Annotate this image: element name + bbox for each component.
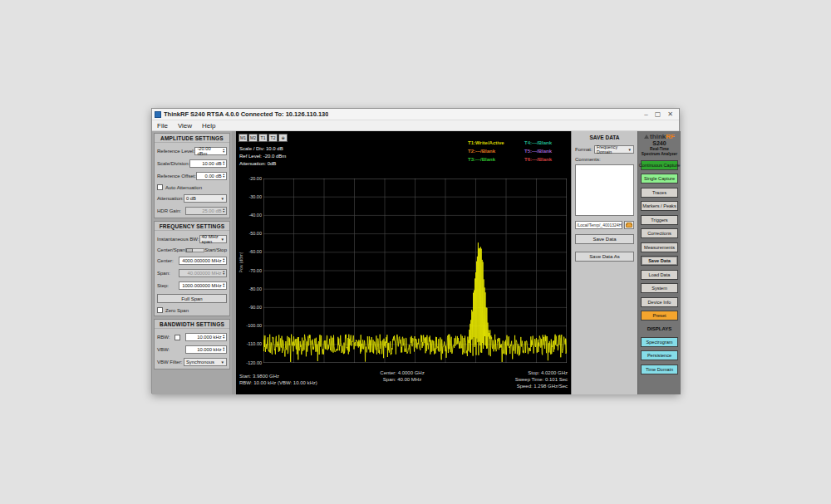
legend-trace-1: T1:Write/Active — [468, 139, 504, 147]
menu-file[interactable]: File — [152, 120, 173, 131]
save-data-action-button[interactable]: Save Data — [575, 234, 634, 244]
spinner-icon[interactable]: ▲▼ — [223, 283, 225, 288]
spinner-icon[interactable]: ▲▼ — [223, 174, 225, 179]
status-stop: Stop: 4.0200 GHz — [515, 369, 568, 376]
model-label: S240 — [641, 140, 678, 147]
plot-status-bar: Start: 3.9800 GHz RBW: 10.00 kHz (VBW: 1… — [236, 368, 571, 389]
auto-attenuation-checkbox[interactable] — [157, 184, 163, 190]
close-button[interactable]: ✕ — [667, 110, 673, 120]
settings-panel: AMPLITUDE SETTINGS Reference Level: -20.… — [152, 131, 232, 394]
format-dropdown[interactable]: Frequency Domain▼ — [594, 145, 634, 154]
load-data-button[interactable]: Load Data — [641, 270, 678, 280]
vbw-input[interactable]: 10.000 kHz▲▼ — [185, 345, 227, 354]
plot-toolbar-button-t1[interactable]: T1 — [258, 134, 268, 142]
frequency-mode-toggle[interactable] — [185, 248, 205, 252]
antenna-icon — [644, 135, 649, 139]
scale-division-input[interactable]: 10.00 dB▲▼ — [189, 159, 227, 168]
attenuation-label: Attenuation: — [157, 196, 184, 201]
zero-span-checkbox[interactable] — [157, 307, 163, 313]
menu-help[interactable]: Help — [197, 120, 220, 131]
minimize-button[interactable]: – — [644, 110, 647, 120]
y-tick-label: -100.00 — [238, 323, 262, 328]
status-speed: Speed: 1.298 GHz/Sec — [515, 383, 568, 389]
legend-trace-4: T4:---/Blank — [524, 139, 552, 147]
title-bar: ThinkRF S240 RTSA 4.0.0 Connected To: 10… — [152, 109, 679, 120]
reference-level-input[interactable]: -20.00 dBm▲▼ — [194, 147, 227, 155]
chevron-down-icon: ▼ — [628, 148, 632, 152]
reference-level-label: Reference Level: — [157, 149, 194, 154]
step-input[interactable]: 1000.000000 MHz▲▼ — [179, 281, 227, 290]
status-span: Span: 40.00 MHz — [348, 376, 456, 383]
attenuation-dropdown[interactable]: 0 dB▼ — [184, 194, 227, 203]
frequency-settings-group: FREQUENCY SETTINGS Instantaneous BW: 40 … — [154, 221, 230, 316]
device-info-button[interactable]: Device Info — [641, 297, 678, 307]
vbw-label: VBW: — [157, 347, 170, 352]
span-input: 40.000000 MHz▲▼ — [179, 269, 227, 277]
measurements-button[interactable]: Measurements — [641, 242, 678, 252]
plot-toolbar-button-t2[interactable]: T2 — [268, 134, 278, 142]
menu-bar: FileViewHelp — [152, 120, 679, 131]
save-data-button[interactable]: Save Data — [641, 256, 678, 266]
app-window: ThinkRF S240 RTSA 4.0.0 Connected To: 10… — [151, 108, 680, 394]
hdr-gain-input: 25.00 dB▲▼ — [185, 207, 227, 215]
crosshair-icon[interactable]: ⊕ — [278, 134, 288, 142]
single-capture-button[interactable]: Single Capture — [641, 174, 678, 183]
reference-offset-input[interactable]: 0.00 dB▲▼ — [196, 172, 227, 180]
spinner-icon: ▲▼ — [223, 271, 225, 276]
spinner-icon[interactable]: ▲▼ — [223, 335, 225, 340]
amplitude-settings-group: AMPLITUDE SETTINGS Reference Level: -20.… — [154, 133, 230, 218]
center-span-mode-label: Center/Span — [157, 247, 185, 252]
instantaneous-bw-dropdown[interactable]: 40 MHz span▼ — [199, 235, 227, 243]
window-title: ThinkRF S240 RTSA 4.0.0 Connected To: 10… — [164, 110, 328, 118]
trace-legend-column-2: T4:---/BlankT5:---/BlankT6:---/Blank — [524, 139, 552, 164]
hdr-gain-label: HDR Gain: — [157, 208, 181, 213]
chevron-down-icon: ▼ — [221, 197, 224, 201]
comments-label: Comments: — [572, 154, 637, 162]
toggle-handle[interactable] — [186, 248, 193, 252]
spectrogram-button[interactable]: Spectrogram — [641, 337, 678, 347]
chevron-down-icon: ▼ — [221, 237, 224, 242]
menu-view[interactable]: View — [173, 120, 197, 131]
y-tick-label: -50.00 — [238, 231, 262, 236]
comments-textarea[interactable] — [575, 164, 634, 216]
save-data-header: SAVE DATA — [572, 131, 637, 142]
system-button[interactable]: System — [641, 283, 678, 293]
time-domain-button[interactable]: Time Domain — [641, 365, 678, 374]
center-frequency-input[interactable]: 4000.000000 MHz▲▼ — [179, 257, 227, 265]
save-path-input[interactable]: /Local/Temp/_4001324H2.gu — [575, 221, 622, 229]
browse-folder-button[interactable] — [624, 221, 634, 229]
status-center: Center: 4.0000 GHz — [348, 369, 456, 376]
markers-peaks-button[interactable]: Markers / Peaks — [641, 201, 678, 211]
chevron-down-icon: ▼ — [221, 360, 224, 365]
rbw-input[interactable]: 10.000 kHz▲▼ — [185, 333, 227, 341]
save-data-as-button[interactable]: Save Data As — [575, 252, 634, 262]
chart-area — [263, 179, 567, 363]
spinner-icon[interactable]: ▲▼ — [223, 161, 225, 166]
spinner-icon[interactable]: ▲▼ — [223, 258, 225, 263]
full-span-button[interactable]: Full Span — [157, 294, 227, 303]
step-label: Step: — [157, 283, 169, 288]
spinner-icon[interactable]: ▲▼ — [223, 347, 225, 352]
rbw-auto-checkbox[interactable] — [175, 335, 180, 340]
triggers-button[interactable]: Triggers — [641, 215, 678, 225]
plot-info-line-1: Scale / Div: 10.0 dB — [239, 145, 286, 153]
plot-toolbar-button-m1[interactable]: M1 — [238, 134, 248, 142]
thinkrf-logo: thinkRF S240 Real-Time Spectrum Analyzer — [641, 133, 678, 156]
spectrum-plot: M1M2T1T2⊕ Scale / Div: 10.0 dBRef Level:… — [236, 131, 571, 394]
spinner-icon[interactable]: ▲▼ — [223, 149, 225, 154]
frequency-settings-header: FREQUENCY SETTINGS — [155, 222, 229, 231]
continuous-capture-button[interactable]: Continuous Capture — [641, 160, 678, 170]
corrections-button[interactable]: Corrections — [641, 228, 678, 238]
vbw-filter-dropdown[interactable]: Synchronous▼ — [184, 358, 227, 366]
plot-toolbar-button-m2[interactable]: M2 — [248, 134, 258, 142]
span-label: Span: — [157, 271, 170, 276]
y-tick-label: -120.00 — [238, 360, 262, 365]
preset-button[interactable]: Preset — [641, 311, 678, 321]
legend-trace-5: T5:---/Blank — [524, 147, 552, 155]
zero-span-label: Zero Span — [165, 308, 189, 313]
maximize-button[interactable]: ▢ — [655, 110, 661, 120]
rbw-label: RBW: — [157, 335, 170, 340]
traces-button[interactable]: Traces — [641, 188, 678, 198]
displays-section-label: DISPLAYS — [641, 325, 678, 333]
persistence-button[interactable]: Persistence — [641, 350, 678, 360]
